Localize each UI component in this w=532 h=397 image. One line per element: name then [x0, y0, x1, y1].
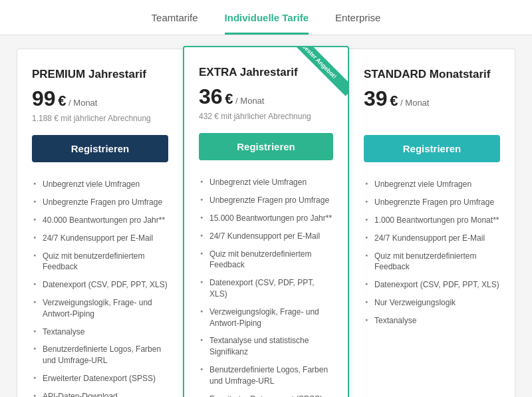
price-currency: € — [58, 92, 66, 109]
feature-item: Benutzerdefinierte Logos, Farben und Umf… — [32, 340, 168, 370]
feature-item: Datenexport (CSV, PDF, PPT, XLS) — [32, 276, 168, 294]
price-unit: / Monat — [235, 96, 264, 106]
feature-item: 40.000 Beantwortungen pro Jahr** — [32, 211, 168, 229]
plan-title-standard: STANDARD Monatstarif — [364, 68, 500, 81]
feature-item: Datenexport (CSV, PDF, PPT, XLS) — [364, 276, 500, 294]
plan-title-premium: PREMIUM Jahrestarif — [32, 68, 168, 81]
plan-card-extra: Bester Angebot! EXTRA Jahrestarif 36 € /… — [183, 46, 349, 397]
plan-billing-standard — [364, 114, 500, 124]
features-list-extra: Unbegrenzt viele UmfragenUnbegrenzte Fra… — [199, 174, 333, 397]
features-list-premium: Unbegrenzt viele UmfragenUnbegrenzte Fra… — [32, 176, 168, 397]
plan-card-standard: STANDARD Monatstarif 39 € / Monat Regist… — [349, 49, 515, 397]
feature-item: Quiz mit benutzerdefiniertem Feedback — [32, 247, 168, 277]
price-currency: € — [390, 92, 398, 109]
price-unit: / Monat — [68, 98, 97, 108]
register-button-premium[interactable]: Registrieren — [32, 135, 168, 162]
plan-billing-extra: 432 € mit jährlicher Abrechnung — [199, 112, 333, 122]
plan-card-premium: PREMIUM Jahrestarif 99 € / Monat 1.188 €… — [17, 49, 183, 397]
nav-tab-individuelle[interactable]: Individuelle Tarife — [225, 12, 309, 35]
feature-item: 15.000 Beantwortungen pro Jahr** — [199, 209, 333, 227]
feature-item: Textanalyse — [32, 323, 168, 341]
feature-item: Quiz mit benutzerdefiniertem Feedback — [199, 245, 333, 275]
plan-billing-premium: 1.188 € mit jährlicher Abrechnung — [32, 114, 168, 124]
featured-badge-wrapper: Bester Angebot! — [295, 47, 348, 100]
feature-item: Unbegrenzt viele Umfragen — [364, 176, 500, 194]
price-amount: 99 — [32, 86, 56, 110]
plan-price-premium: 99 € / Monat — [32, 86, 168, 111]
feature-item: Textanalyse — [364, 312, 500, 330]
nav-tab-enterprise[interactable]: Enterprise — [335, 12, 380, 35]
featured-badge: Bester Angebot! — [295, 47, 348, 96]
plans-container: PREMIUM Jahrestarif 99 € / Monat 1.188 €… — [0, 35, 532, 397]
feature-item: API-Daten-Download — [32, 388, 168, 397]
feature-item: Textanalyse und statistische Signifikanz — [199, 332, 333, 361]
page-wrapper: TeamtarifeIndividuelle TarifeEnterprise … — [0, 0, 532, 397]
price-amount: 36 — [199, 84, 223, 108]
feature-item: 1.000 Beantwortungen pro Monat** — [364, 211, 500, 229]
feature-item: Unbegrenzte Fragen pro Umfrage — [364, 194, 500, 211]
register-button-standard[interactable]: Registrieren — [364, 135, 500, 162]
feature-item: Datenexport (CSV, PDF, PPT, XLS) — [199, 274, 333, 303]
feature-item: Unbegrenzte Fragen pro Umfrage — [199, 192, 333, 209]
feature-item: Unbegrenzte Fragen pro Umfrage — [32, 194, 168, 211]
feature-item: Erweiterter Datenexport (SPSS) — [32, 370, 168, 388]
feature-item: Erweiterter Datenexport (SPSS) — [199, 390, 333, 397]
feature-item: Benutzerdefinierte Logos, Farben und Umf… — [199, 361, 333, 390]
price-unit: / Monat — [400, 98, 429, 108]
feature-item: 24/7 Kundensupport per E-Mail — [199, 227, 333, 245]
plan-price-standard: 39 € / Monat — [364, 86, 500, 111]
register-button-extra[interactable]: Registrieren — [199, 133, 333, 160]
feature-item: Unbegrenzt viele Umfragen — [199, 174, 333, 192]
feature-item: Verzweigungslogik, Frage- und Antwort-Pi… — [199, 303, 333, 332]
price-currency: € — [225, 90, 233, 107]
price-amount: 39 — [364, 86, 388, 110]
feature-item: 24/7 Kundensupport per E-Mail — [32, 229, 168, 247]
feature-item: Unbegrenzt viele Umfragen — [32, 176, 168, 194]
feature-item: Quiz mit benutzerdefiniertem Feedback — [364, 247, 500, 277]
feature-item: 24/7 Kundensupport per E-Mail — [364, 229, 500, 247]
features-list-standard: Unbegrenzt viele UmfragenUnbegrenzte Fra… — [364, 176, 500, 329]
feature-item: Nur Verzweigungslogik — [364, 294, 500, 312]
feature-item: Verzweigungslogik, Frage- und Antwort-Pi… — [32, 294, 168, 323]
nav-tab-teamtarife[interactable]: Teamtarife — [152, 12, 198, 35]
navigation-tabs: TeamtarifeIndividuelle TarifeEnterprise — [0, 0, 532, 35]
